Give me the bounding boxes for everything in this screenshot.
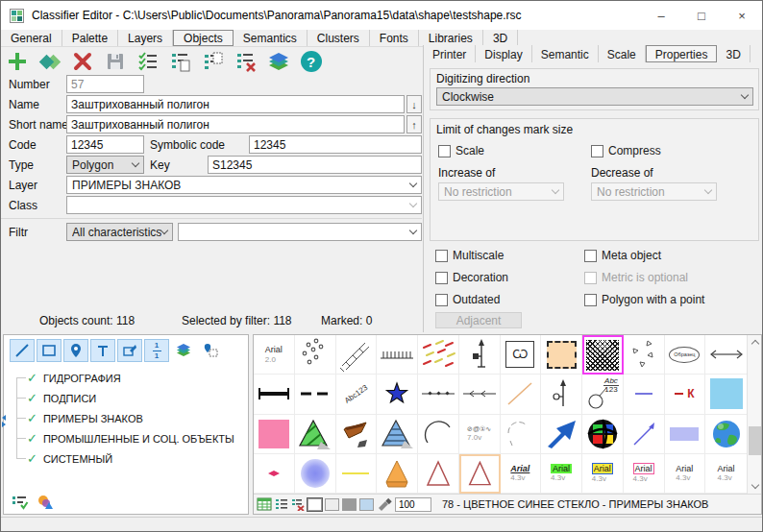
tree-item-hydrography[interactable]: ✓ ГИДРОГРАФИЯ [4, 368, 248, 388]
symbol-cell-small-dot[interactable] [254, 454, 295, 494]
type-dropdown[interactable]: Polygon [66, 156, 144, 174]
symbol-cell-arial-20[interactable]: Arial2.0 [254, 335, 295, 375]
list-view-icon[interactable] [275, 497, 288, 511]
short-name-field[interactable] [66, 115, 405, 133]
symbol-cell-blue-line[interactable] [624, 375, 665, 414]
tab-semantic[interactable]: Semantic [532, 45, 599, 62]
copy-list-button[interactable] [168, 50, 192, 74]
symbol-cell-red-k[interactable]: К [665, 375, 706, 414]
tab-libraries[interactable]: Libraries [419, 30, 483, 46]
symbol-cell-scattered-dots[interactable] [295, 335, 336, 375]
name-down-button[interactable]: ↓ [406, 95, 422, 113]
tab-semantics[interactable]: Semantics [234, 30, 308, 46]
symbol-cell-red-triangle-focused[interactable] [459, 454, 501, 494]
short-name-up-button[interactable]: ↑ [406, 115, 422, 133]
symbol-cell-blue-glass[interactable] [705, 375, 747, 414]
scrollbar-thumb[interactable] [749, 426, 761, 455]
increase-of-dropdown[interactable]: No restriction [438, 182, 564, 201]
symbol-cell-arial-yellow[interactable]: Arial4.3v [582, 454, 624, 494]
symbol-cell-circle-abc123[interactable]: Abc123 [582, 375, 624, 414]
symbol-cell-brown-shape[interactable] [336, 415, 378, 454]
tab-scale[interactable]: Scale [599, 45, 646, 62]
symbol-cell-blue-star[interactable] [377, 375, 418, 414]
tree-item-captions[interactable]: ✓ ПОДПИСИ [4, 388, 248, 408]
check-list-button[interactable] [135, 50, 160, 74]
symbol-cell-pole-circle[interactable] [541, 375, 582, 414]
scale-objects-toggle[interactable]: 11 [144, 339, 169, 362]
decrease-of-dropdown[interactable]: No restriction [591, 182, 717, 201]
symbol-cell-thin-blue-arrow[interactable] [624, 415, 665, 454]
panel-splitter-handle[interactable] [1, 412, 7, 429]
symbol-grid-scrollbar[interactable] [747, 335, 761, 494]
filter-type-dropdown[interactable]: All characteristics [66, 223, 173, 241]
close-button[interactable]: × [722, 1, 762, 30]
symbol-cell-hatched-polygon-selected[interactable] [582, 335, 624, 375]
help-button[interactable]: ? [299, 50, 323, 74]
layers-view-button[interactable] [171, 339, 196, 362]
tab-printer[interactable]: Printer [424, 45, 476, 62]
symbol-cell-signal-pole[interactable] [459, 335, 501, 375]
tab-properties[interactable]: Properties [646, 45, 718, 62]
symbol-cell-arial-green[interactable]: Arial4.3v [541, 454, 582, 494]
vector-objects-toggle[interactable] [117, 339, 142, 362]
brush-icon[interactable] [377, 497, 392, 511]
symbol-cell-globe[interactable] [705, 415, 747, 454]
symbol-cell-misc-symbols[interactable]: ⊘@①∿7.0v [459, 415, 501, 454]
symbol-cell-orange-triangle[interactable] [377, 454, 418, 494]
point-objects-toggle[interactable] [63, 339, 88, 362]
scroll-up-button[interactable] [748, 335, 762, 350]
symbol-cell-bold-blue-arrow[interactable] [541, 415, 582, 454]
list-check-icon[interactable] [12, 495, 29, 510]
symbol-cell-pink-square[interactable] [254, 415, 295, 454]
name-field[interactable] [66, 95, 405, 113]
symbol-cell-ladder[interactable] [336, 335, 378, 375]
delete-object-button[interactable] [70, 50, 94, 74]
save-button[interactable] [103, 50, 127, 74]
line-objects-toggle[interactable] [10, 339, 35, 362]
symbol-cell-thick-line[interactable] [254, 375, 295, 414]
copy-object-button[interactable] [37, 50, 62, 74]
symbol-cell-double-arrow[interactable] [705, 335, 747, 375]
tab-palette[interactable]: Palette [62, 30, 118, 46]
symbol-cell-arc[interactable] [418, 415, 459, 454]
symbol-cell-line-arrow-ticks[interactable] [459, 375, 501, 414]
symbol-cell-faint-arc[interactable] [501, 415, 542, 454]
decoration-checkbox[interactable]: Decoration [435, 271, 508, 284]
minimize-button[interactable]: – [641, 1, 681, 30]
symbol-cell-line-diamond-ticks[interactable] [418, 375, 459, 414]
symbol-cell-arial-pink[interactable]: Arial4.3v [624, 454, 665, 494]
add-object-button[interactable] [5, 50, 29, 74]
adjacent-button[interactable]: Adjacent [435, 312, 522, 328]
tree-item-industrial[interactable]: ✓ ПРОМЫШЛЕННЫЕ И СОЦ. ОБЪЕКТЫ [4, 428, 248, 448]
symbol-cell-red-triangle-outline[interactable] [418, 454, 459, 494]
compress-checkbox[interactable]: Compress [591, 144, 661, 157]
symbol-cell-comb-line[interactable] [377, 335, 418, 375]
code-field[interactable] [66, 135, 144, 154]
polygon-point-checkbox[interactable]: Polygon with a point [584, 293, 704, 306]
class-dropdown[interactable] [66, 196, 422, 214]
paste-list-button[interactable] [201, 50, 225, 74]
symbol-cell-arial-plain-2[interactable]: Arial4.3v [705, 454, 747, 494]
symbol-cell-blue-striped-triangle[interactable] [377, 415, 418, 454]
localization-view-button[interactable] [198, 339, 223, 362]
multiscale-checkbox[interactable]: Multiscale [435, 249, 504, 262]
list-clear-icon[interactable] [291, 497, 305, 511]
layer-dropdown[interactable]: ПРИМЕРЫ ЗНАКОВ [66, 176, 422, 194]
symbol-cell-peach-diagonal[interactable] [501, 375, 542, 414]
tab-display[interactable]: Display [476, 45, 531, 62]
symbol-cell-yellow-line[interactable] [336, 454, 378, 494]
symbol-cell-green-striped-triangle[interactable] [295, 415, 336, 454]
clear-list-button[interactable] [234, 50, 258, 74]
symbol-cell-arial-plain-1[interactable]: Arial4.3v [665, 454, 706, 494]
symbol-cell-glow-circle[interactable] [295, 454, 336, 494]
scroll-down-button[interactable] [748, 479, 762, 494]
text-objects-toggle[interactable] [90, 339, 115, 362]
digitizing-direction-dropdown[interactable]: Clockwise [436, 87, 753, 106]
maximize-button[interactable]: □ [681, 1, 722, 30]
number-field[interactable] [66, 75, 144, 93]
scale-checkbox[interactable]: Scale [438, 144, 484, 157]
symbol-cell-w-box[interactable]: Ѡ [501, 335, 542, 375]
symbol-scale-input[interactable] [395, 497, 431, 512]
symbol-cell-color-logo[interactable] [582, 415, 624, 454]
outdated-checkbox[interactable]: Outdated [435, 293, 500, 306]
